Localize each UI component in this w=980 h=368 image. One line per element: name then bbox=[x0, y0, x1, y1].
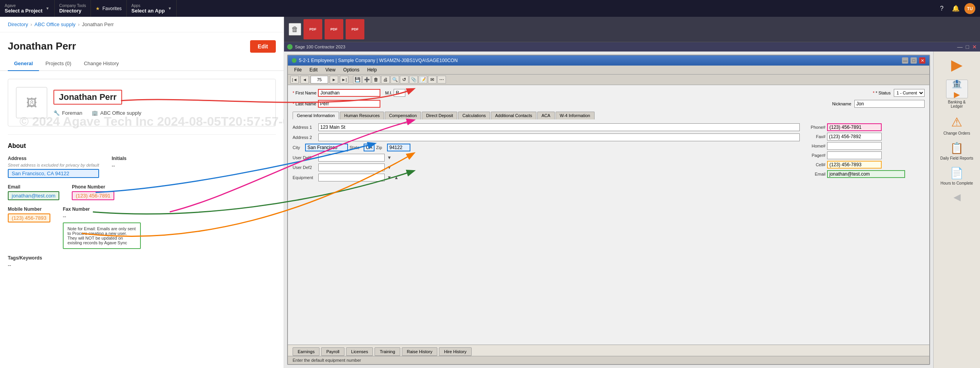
hours-complete-group[interactable]: 📄 Hours to Complete bbox=[941, 167, 973, 185]
nav-icon-delete[interactable]: 🗑 bbox=[372, 76, 380, 84]
pager-input[interactable] bbox=[827, 151, 882, 159]
nav-icon-more[interactable]: ⋯ bbox=[437, 76, 446, 84]
last-name-group: Last Name bbox=[293, 100, 380, 108]
menu-edit[interactable]: Edit bbox=[305, 66, 321, 73]
phone-input[interactable] bbox=[827, 123, 882, 131]
mi-group: M.I. bbox=[385, 89, 405, 97]
menu-file[interactable]: File bbox=[290, 66, 305, 73]
pdf-icon-1[interactable]: PDF bbox=[304, 19, 322, 39]
nav-first-btn[interactable]: |◄ bbox=[290, 76, 299, 84]
nav-icon-search[interactable]: 🔍 bbox=[391, 76, 399, 84]
nav-icon-attach[interactable]: 📎 bbox=[409, 76, 418, 84]
nickname-input[interactable] bbox=[854, 100, 925, 108]
nav-icon-save[interactable]: 💾 bbox=[353, 76, 362, 84]
banking-ledger-group[interactable]: 🏦 ▶ Banking &Ledger bbox=[946, 80, 968, 108]
nav-prev-btn[interactable]: ◄ bbox=[300, 76, 309, 84]
inner-min-btn[interactable]: — bbox=[902, 57, 908, 64]
mi-label: M.I. bbox=[385, 91, 392, 95]
agave-nav[interactable]: Agave Select a Project ▼ bbox=[0, 0, 55, 17]
trash-icon[interactable]: 🗑 bbox=[289, 23, 301, 36]
address2-input[interactable] bbox=[318, 133, 800, 141]
email-value[interactable]: jonathan@test.com bbox=[8, 191, 59, 200]
outer-min-icon[interactable]: — bbox=[957, 44, 963, 50]
nav-icon-email[interactable]: ✉ bbox=[428, 76, 437, 84]
outer-close-icon[interactable]: ✕ bbox=[972, 44, 977, 50]
change-orders-group[interactable]: ⚠ Change Orders bbox=[943, 115, 970, 135]
tags-value: -- bbox=[8, 262, 276, 268]
bottom-tab-raise-history[interactable]: Raise History bbox=[402, 347, 437, 356]
equip-down-icon[interactable]: ▼ bbox=[387, 175, 392, 180]
daily-field-reports-group[interactable]: 📋 Daily Field Reports bbox=[940, 142, 973, 160]
sage-last-name-row: Last Name Nickname bbox=[293, 100, 925, 108]
equip-up-icon[interactable]: ▲ bbox=[394, 175, 399, 180]
arrow-right-icon[interactable]: ▶ bbox=[951, 56, 962, 73]
breadcrumb-directory[interactable]: Directory bbox=[8, 21, 28, 27]
record-number-input[interactable] bbox=[311, 76, 328, 84]
pdf-icon-2[interactable]: PDF bbox=[325, 19, 343, 39]
bottom-tab-earnings[interactable]: Earnings bbox=[293, 347, 320, 356]
outer-max-icon[interactable]: □ bbox=[966, 44, 969, 50]
bottom-tab-hire-history[interactable]: Hire History bbox=[439, 347, 471, 356]
tab-change-history[interactable]: Change History bbox=[78, 57, 125, 71]
apps-nav[interactable]: Apps Select an App ▼ bbox=[127, 0, 177, 17]
address1-label: Address 1 bbox=[293, 125, 316, 130]
company-nav[interactable]: Company Tools Directory bbox=[55, 0, 91, 17]
nav-icon-note[interactable]: 📝 bbox=[419, 76, 427, 84]
pdf-icon-3[interactable]: PDF bbox=[346, 19, 364, 39]
menu-help[interactable]: Help bbox=[363, 66, 381, 73]
nav-icon-add[interactable]: ➕ bbox=[362, 76, 371, 84]
bottom-tab-payroll[interactable]: Payroll bbox=[321, 347, 344, 356]
sage-tab-general[interactable]: General Information bbox=[293, 112, 339, 119]
equipment-input[interactable] bbox=[318, 174, 385, 181]
help-icon[interactable]: ? bbox=[936, 3, 947, 14]
profile-meta: 🔧 Foreman 🏢 ABC Office supply bbox=[53, 110, 268, 116]
sage-tab-w4[interactable]: W-4 Information bbox=[556, 112, 595, 119]
userdef1-input[interactable] bbox=[318, 154, 385, 162]
userdef2-input[interactable] bbox=[318, 164, 385, 171]
mobile-value[interactable]: (123) 456-7893 bbox=[8, 213, 50, 222]
company-value: Directory bbox=[59, 8, 86, 14]
tab-projects[interactable]: Projects (0) bbox=[39, 57, 77, 71]
menu-view[interactable]: View bbox=[321, 66, 339, 73]
inner-max-btn[interactable]: □ bbox=[911, 57, 917, 64]
sage-tab-comp[interactable]: Compensation bbox=[385, 112, 421, 119]
bottom-tab-training[interactable]: Training bbox=[375, 347, 400, 356]
userdef2-label: User Def2 bbox=[293, 165, 316, 170]
nav-icon-print[interactable]: 🖨 bbox=[381, 76, 390, 84]
nav-icon-refresh[interactable]: ↺ bbox=[400, 76, 408, 84]
breadcrumb-company[interactable]: ABC Office supply bbox=[34, 21, 75, 27]
bell-icon[interactable]: 🔔 bbox=[950, 3, 961, 14]
phone-value[interactable]: (123) 456-7891 bbox=[72, 191, 114, 200]
nav-next-btn[interactable]: ► bbox=[330, 76, 338, 84]
state-input[interactable] bbox=[364, 144, 375, 151]
tab-general[interactable]: General bbox=[8, 57, 39, 71]
inner-close-btn[interactable]: ✕ bbox=[919, 57, 925, 64]
nav-last-btn[interactable]: ►| bbox=[340, 76, 348, 84]
sage-tab-aca[interactable]: ACA bbox=[537, 112, 555, 119]
userdef1-down-icon[interactable]: ▼ bbox=[387, 155, 392, 160]
edit-button[interactable]: Edit bbox=[250, 40, 276, 53]
last-name-input[interactable] bbox=[318, 100, 380, 108]
menu-options[interactable]: Options bbox=[339, 66, 363, 73]
fax-input[interactable] bbox=[827, 133, 882, 140]
address1-input[interactable] bbox=[318, 123, 800, 131]
field-tags: Tags/Keywords -- bbox=[8, 255, 276, 268]
sage-tab-hr[interactable]: Human Resources bbox=[340, 112, 384, 119]
zip-input[interactable] bbox=[387, 144, 410, 151]
email-input[interactable] bbox=[827, 170, 905, 178]
first-name-input[interactable] bbox=[318, 89, 380, 97]
sage-tab-contacts[interactable]: Additional Contacts bbox=[491, 112, 536, 119]
bottom-tab-licenses[interactable]: Licenses bbox=[346, 347, 373, 356]
city-input[interactable] bbox=[305, 144, 348, 151]
sage-outer-controls: — □ ✕ bbox=[957, 44, 977, 50]
home-input[interactable] bbox=[827, 142, 882, 150]
arrow-left-icon[interactable]: ◀ bbox=[953, 192, 960, 203]
sage-tab-deposit[interactable]: Direct Deposit bbox=[422, 112, 457, 119]
userdef2-down-icon[interactable]: ▼ bbox=[387, 165, 392, 170]
sage-tab-calc[interactable]: Calculations bbox=[458, 112, 490, 119]
status-select[interactable]: 1 - Current bbox=[894, 89, 925, 97]
mi-input[interactable] bbox=[394, 89, 405, 97]
avatar[interactable]: TU bbox=[964, 3, 975, 14]
cell-input[interactable] bbox=[827, 161, 882, 169]
favorites-nav[interactable]: ★ Favorites bbox=[91, 0, 126, 17]
